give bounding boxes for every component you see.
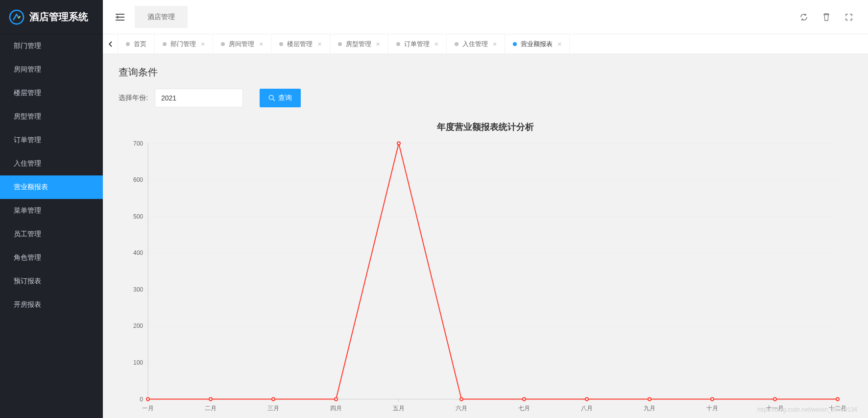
svg-text:十二月: 十二月 — [829, 405, 846, 412]
close-icon[interactable]: × — [376, 40, 380, 48]
tab-label: 部门管理 — [170, 40, 196, 49]
chart-title: 年度营业额报表统计分析 — [119, 121, 852, 133]
tab-label: 订单管理 — [404, 40, 430, 49]
svg-text:500: 500 — [133, 213, 143, 220]
tab-2[interactable]: 房间管理× — [213, 34, 271, 53]
sidebar-item-2[interactable]: 楼层管理 — [0, 81, 103, 105]
query-row: 选择年份: 查询 — [119, 89, 852, 107]
tab-label: 营业额报表 — [521, 40, 553, 49]
svg-text:二月: 二月 — [205, 405, 217, 412]
svg-point-48 — [335, 398, 338, 401]
svg-text:七月: 七月 — [518, 405, 530, 412]
chart-box: 0100200300400500600700一月二月三月四月五月六月七月八月九月… — [119, 138, 852, 418]
trash-icon[interactable] — [819, 10, 834, 25]
tab-dot-icon — [279, 42, 283, 46]
sidebar-item-9[interactable]: 角色管理 — [0, 246, 103, 270]
svg-point-47 — [272, 398, 275, 401]
sidebar: 酒店管理系统 部门管理房间管理楼层管理房型管理订单管理入住管理营业额报表菜单管理… — [0, 0, 103, 418]
topbar: 酒店管理 — [103, 0, 868, 34]
sidebar-item-8[interactable]: 员工管理 — [0, 222, 103, 246]
search-button-label: 查询 — [278, 94, 292, 102]
tab-label: 房型管理 — [346, 40, 371, 49]
svg-point-56 — [836, 398, 839, 401]
svg-point-49 — [397, 142, 400, 145]
svg-point-45 — [146, 398, 149, 401]
topbar-tab-hotel-mgmt[interactable]: 酒店管理 — [135, 6, 188, 28]
svg-point-51 — [523, 398, 526, 401]
svg-text:四月: 四月 — [330, 405, 342, 412]
svg-point-53 — [648, 398, 651, 401]
topbar-right — [796, 10, 863, 25]
tab-dot-icon — [513, 42, 517, 46]
svg-point-52 — [585, 398, 588, 401]
svg-line-2 — [273, 99, 275, 101]
tab-1[interactable]: 部门管理× — [155, 34, 213, 53]
sidebar-item-1[interactable]: 房间管理 — [0, 58, 103, 81]
chart-svg: 0100200300400500600700一月二月三月四月五月六月七月八月九月… — [119, 138, 852, 418]
svg-text:700: 700 — [133, 140, 143, 147]
tab-dot-icon — [126, 42, 130, 46]
svg-text:九月: 九月 — [644, 405, 655, 412]
svg-text:600: 600 — [133, 176, 143, 183]
menu-toggle-icon[interactable] — [108, 5, 132, 29]
sidebar-item-3[interactable]: 房型管理 — [0, 105, 103, 128]
svg-point-55 — [773, 398, 776, 401]
query-section-title: 查询条件 — [119, 66, 852, 79]
close-icon[interactable]: × — [434, 40, 438, 48]
tab-0[interactable]: 首页 — [118, 34, 155, 53]
svg-point-1 — [269, 95, 273, 99]
tab-label: 楼层管理 — [287, 40, 313, 49]
svg-text:200: 200 — [133, 322, 143, 329]
year-input[interactable] — [155, 89, 243, 107]
tab-5[interactable]: 订单管理× — [388, 34, 447, 53]
tabs-scroll-left-icon[interactable] — [103, 34, 118, 53]
svg-point-0 — [10, 10, 24, 24]
tab-label: 入住管理 — [462, 40, 488, 49]
svg-point-50 — [460, 398, 463, 401]
refresh-icon[interactable] — [796, 10, 811, 25]
content: 查询条件 选择年份: 查询 年度营业额报表统计分析 01002003004005… — [103, 54, 868, 418]
svg-text:十月: 十月 — [706, 405, 718, 412]
sidebar-item-7[interactable]: 菜单管理 — [0, 199, 103, 222]
tab-list: 首页部门管理×房间管理×楼层管理×房型管理×订单管理×入住管理×营业额报表× — [118, 34, 868, 53]
search-button[interactable]: 查询 — [260, 89, 301, 107]
svg-text:300: 300 — [133, 286, 143, 293]
svg-text:十一月: 十一月 — [766, 405, 784, 412]
close-icon[interactable]: × — [493, 40, 497, 48]
sidebar-item-6[interactable]: 营业额报表 — [0, 175, 103, 199]
year-label: 选择年份: — [119, 94, 148, 102]
svg-text:100: 100 — [133, 359, 143, 366]
close-icon[interactable]: × — [317, 40, 321, 48]
svg-text:六月: 六月 — [456, 405, 467, 412]
sidebar-item-0[interactable]: 部门管理 — [0, 34, 103, 58]
sidebar-item-4[interactable]: 订单管理 — [0, 128, 103, 152]
logo-row: 酒店管理系统 — [0, 0, 103, 34]
close-icon[interactable]: × — [201, 40, 205, 48]
tab-dot-icon — [338, 42, 342, 46]
chart-wrap: 年度营业额报表统计分析 0100200300400500600700一月二月三月… — [119, 121, 852, 418]
tab-label: 首页 — [134, 40, 146, 49]
svg-text:400: 400 — [133, 249, 143, 256]
tab-dot-icon — [396, 42, 400, 46]
search-icon — [268, 95, 275, 101]
tab-3[interactable]: 楼层管理× — [271, 34, 330, 53]
sidebar-item-5[interactable]: 入住管理 — [0, 152, 103, 175]
tab-dot-icon — [221, 42, 225, 46]
topbar-tab-label: 酒店管理 — [147, 13, 175, 22]
tab-dot-icon — [163, 42, 167, 46]
close-icon[interactable]: × — [557, 40, 561, 48]
side-menu: 部门管理房间管理楼层管理房型管理订单管理入住管理营业额报表菜单管理员工管理角色管… — [0, 34, 103, 317]
tab-7[interactable]: 营业额报表× — [505, 34, 570, 53]
svg-text:三月: 三月 — [267, 405, 279, 412]
main: 酒店管理 首页部门管理×房间管理×楼层管理×房型管理×订单管理×入住管理×营业额… — [103, 0, 868, 418]
svg-point-46 — [209, 398, 212, 401]
close-icon[interactable]: × — [259, 40, 263, 48]
fullscreen-icon[interactable] — [842, 10, 856, 25]
sidebar-item-11[interactable]: 开房报表 — [0, 293, 103, 317]
tab-6[interactable]: 入住管理× — [447, 34, 505, 53]
sidebar-item-10[interactable]: 预订报表 — [0, 270, 103, 293]
tab-4[interactable]: 房型管理× — [330, 34, 388, 53]
svg-text:0: 0 — [140, 396, 143, 403]
svg-text:一月: 一月 — [142, 405, 154, 412]
logo-icon — [9, 9, 24, 25]
